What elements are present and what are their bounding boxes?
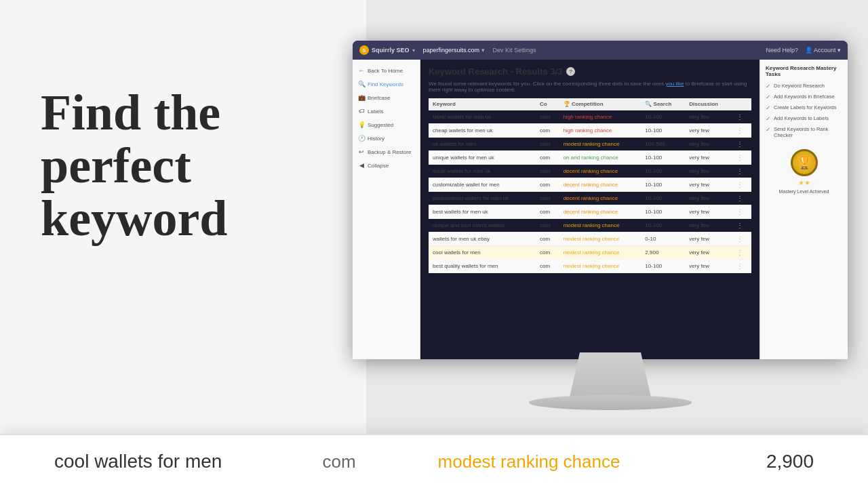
- sidebar-item-history[interactable]: 🕐 History: [353, 131, 420, 145]
- sidebar-label-labels: Labels: [368, 108, 384, 115]
- app-wrapper: S Squirrly SEO ▾ paperfingersuits.com ▾ …: [353, 41, 848, 359]
- nav-account[interactable]: 👤 Account ▾: [805, 47, 841, 54]
- cell-actions[interactable]: ⋮: [732, 219, 751, 232]
- sidebar-item-backup[interactable]: ↩ Backup & Restore: [353, 145, 420, 159]
- nav-logo: S Squirrly SEO ▾: [359, 45, 415, 55]
- back-icon: ←: [358, 67, 365, 74]
- sidebar-label-back: Back To Home: [368, 68, 403, 74]
- main-area: ← Back To Home 🔍 Find Keywords 💼 Briefca…: [353, 60, 848, 359]
- hero-line2: perfect: [41, 140, 227, 192]
- cell-search: 2,900: [641, 246, 685, 260]
- sidebar-label-suggested: Suggested: [368, 122, 393, 128]
- table-row[interactable]: personalised wallets for men uk com dece…: [429, 192, 751, 205]
- cell-search: 0-10: [641, 232, 685, 246]
- more-icon[interactable]: ⋮: [736, 167, 743, 175]
- cell-competition: decent ranking chance: [559, 205, 642, 219]
- content-area: Keyword Research - Results 3/3 ? We foun…: [420, 60, 760, 359]
- cell-tld: com: [536, 192, 559, 205]
- nav-logo-text: Squirrly SEO: [372, 47, 410, 54]
- col-tld: Co: [536, 98, 559, 110]
- cell-actions[interactable]: ⋮: [732, 205, 751, 219]
- nav-breadcrumb2: Dev Kit Settings: [493, 47, 536, 54]
- sidebar-item-labels[interactable]: 🏷 Labels: [353, 104, 420, 118]
- more-icon[interactable]: ⋮: [736, 235, 743, 243]
- more-icon[interactable]: ⋮: [736, 195, 743, 202]
- cell-discussion: very few: [685, 192, 732, 205]
- cell-actions[interactable]: ⋮: [732, 192, 751, 205]
- more-icon[interactable]: ⋮: [736, 140, 743, 148]
- suggested-icon: 💡: [358, 121, 365, 128]
- sidebar-item-find-keywords[interactable]: 🔍 Find Keywords: [353, 77, 420, 91]
- nav-help[interactable]: Need Help?: [766, 47, 798, 54]
- cell-search: 10-100: [641, 178, 685, 192]
- highlight-tld: com: [271, 451, 407, 472]
- more-icon[interactable]: ⋮: [736, 249, 743, 256]
- cell-tld: com: [536, 124, 559, 138]
- check-icon-5: ✓: [766, 126, 771, 133]
- cell-actions[interactable]: ⋮: [732, 178, 751, 192]
- col-search: 🔍 Search: [641, 98, 685, 110]
- cell-search: 10-100: [641, 205, 685, 219]
- table-row[interactable]: fabric wallets for men uk com high ranki…: [429, 110, 751, 124]
- cell-tld: com: [536, 260, 559, 273]
- search-icon: 🔍: [358, 81, 365, 87]
- more-icon[interactable]: ⋮: [736, 181, 743, 188]
- cell-tld: com: [536, 246, 559, 260]
- cell-actions[interactable]: ⋮: [732, 124, 751, 138]
- task-item-1: ✓ Do Keyword Research: [766, 83, 842, 89]
- table-row[interactable]: uk wallets for men com modest ranking ch…: [429, 138, 751, 151]
- table-row[interactable]: cheap wallets for men uk com high rankin…: [429, 124, 751, 138]
- table-row[interactable]: best quality wallets for men com modest …: [429, 260, 751, 273]
- table-row[interactable]: cool wallets for men com modest ranking …: [429, 246, 751, 260]
- cell-keyword: uk wallets for men: [429, 138, 536, 151]
- more-icon[interactable]: ⋮: [736, 127, 743, 134]
- more-icon[interactable]: ⋮: [736, 262, 743, 270]
- sidebar-item-back[interactable]: ← Back To Home: [353, 64, 420, 77]
- right-panel-title: Keyword Research Mastery Tasks: [766, 65, 842, 77]
- more-icon[interactable]: ⋮: [736, 113, 743, 121]
- highlight-competition: modest ranking chance: [407, 451, 651, 472]
- sidebar-item-suggested[interactable]: 💡 Suggested: [353, 118, 420, 131]
- table-row[interactable]: unique wallets for men uk com on and ran…: [429, 151, 751, 165]
- col-discussion: Discussion: [685, 98, 732, 110]
- cell-search: 10-100: [641, 110, 685, 124]
- cell-discussion: very few: [685, 178, 732, 192]
- logo-icon: S: [359, 45, 369, 55]
- more-icon[interactable]: ⋮: [736, 222, 743, 229]
- table-header-row: Keyword Co 🏆 Competition 🔍 Search Discus…: [429, 98, 751, 110]
- sidebar-item-collapse[interactable]: ◀ Collapse: [353, 159, 420, 172]
- cell-competition: modest ranking chance: [559, 138, 642, 151]
- task-item-5: ✓ Send Keywords to Rank Checker: [766, 126, 842, 138]
- cell-actions[interactable]: ⋮: [732, 138, 751, 151]
- cell-tld: com: [536, 151, 559, 165]
- cell-actions[interactable]: ⋮: [732, 110, 751, 124]
- table-row[interactable]: wallets for men uk ebay com modest ranki…: [429, 232, 751, 246]
- cell-discussion: very few: [685, 219, 732, 232]
- check-icon-2: ✓: [766, 94, 771, 100]
- badge-label: Mastery Level Achieved: [779, 189, 829, 194]
- cell-actions[interactable]: ⋮: [732, 232, 751, 246]
- cell-actions[interactable]: ⋮: [732, 260, 751, 273]
- col-keyword: Keyword: [429, 98, 536, 110]
- cell-competition: modest ranking chance: [559, 232, 642, 246]
- table-row[interactable]: best wallets for men uk com decent ranki…: [429, 205, 751, 219]
- cell-actions[interactable]: ⋮: [732, 151, 751, 165]
- more-icon[interactable]: ⋮: [736, 208, 743, 216]
- cell-actions[interactable]: ⋮: [732, 246, 751, 260]
- table-row[interactable]: customizable wallet for men com decent r…: [429, 178, 751, 192]
- col-actions: [732, 98, 751, 110]
- table-row[interactable]: small wallets for men uk com decent rank…: [429, 165, 751, 178]
- cell-competition: high ranking chance: [559, 124, 642, 138]
- cell-discussion: very few: [685, 165, 732, 178]
- cell-competition: on and ranking chance: [559, 151, 642, 165]
- cell-actions[interactable]: ⋮: [732, 165, 751, 178]
- help-icon[interactable]: ?: [566, 67, 575, 76]
- task-label-3: Create Labels for Keywords: [774, 104, 837, 110]
- cell-competition: decent ranking chance: [559, 178, 642, 192]
- cell-keyword: personalised wallets for men uk: [429, 192, 536, 205]
- top-nav: S Squirrly SEO ▾ paperfingersuits.com ▾ …: [353, 41, 848, 60]
- more-icon[interactable]: ⋮: [736, 154, 743, 161]
- table-row[interactable]: unique and cool men's wallets com modest…: [429, 219, 751, 232]
- sidebar-item-briefcase[interactable]: 💼 Briefcase: [353, 91, 420, 104]
- nav-breadcrumb1: paperfingersuits.com ▾: [423, 47, 485, 54]
